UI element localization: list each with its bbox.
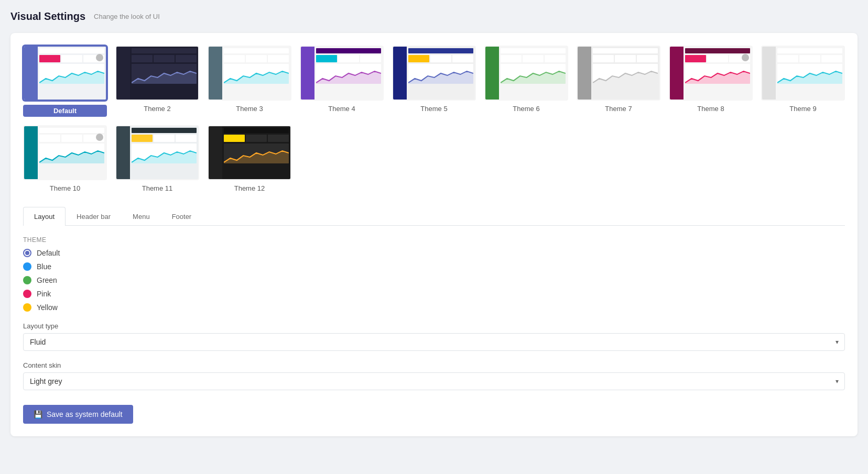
theme-label-theme10: Theme 10 xyxy=(50,184,81,192)
tabs-row: LayoutHeader barMenuFooter xyxy=(23,207,845,226)
theme-item-default[interactable]: Default xyxy=(23,46,107,117)
theme-item-theme10[interactable]: Theme 10 xyxy=(23,125,107,192)
theme-item-theme6[interactable]: Theme 6 xyxy=(484,46,568,117)
theme-preview-theme12 xyxy=(208,125,291,180)
layout-type-label: Layout type xyxy=(23,322,845,330)
theme-preview-theme11 xyxy=(115,125,199,180)
theme-preview-theme4 xyxy=(300,46,384,101)
color-option-blue[interactable]: Blue xyxy=(23,262,845,271)
theme-label-theme9: Theme 9 xyxy=(789,105,816,113)
layout-type-group: Layout type FluidFixedBoxed ▾ xyxy=(23,322,845,351)
color-option-green[interactable]: Green xyxy=(23,276,845,284)
color-dot-blue xyxy=(23,262,31,271)
theme-section-label: Theme xyxy=(23,236,845,244)
save-button[interactable]: 💾 Save as system default xyxy=(23,405,133,424)
theme-item-theme12[interactable]: Theme 12 xyxy=(208,125,291,192)
color-label-yellow: Yellow xyxy=(37,303,58,312)
theme-item-theme3[interactable]: Theme 3 xyxy=(208,46,291,117)
theme-preview-theme2 xyxy=(115,46,199,101)
theme-item-theme7[interactable]: Theme 7 xyxy=(577,46,660,117)
tab-footer[interactable]: Footer xyxy=(161,207,203,226)
theme-preview-theme7 xyxy=(577,46,660,101)
content-skin-select[interactable]: Light greyWhiteDark xyxy=(23,372,845,390)
theme-preview-theme9 xyxy=(761,46,845,101)
layout-type-select-wrapper: FluidFixedBoxed ▾ xyxy=(23,333,845,351)
theme-label-theme7: Theme 7 xyxy=(605,105,632,113)
theme-item-theme9[interactable]: Theme 9 xyxy=(761,46,845,117)
page-subtitle: Change the look of UI xyxy=(94,13,160,20)
radio-circle-default xyxy=(23,249,31,257)
color-label-green: Green xyxy=(37,276,57,284)
theme-label-default: Default xyxy=(23,105,107,117)
theme-preview-theme5 xyxy=(392,46,476,101)
theme-preview-theme6 xyxy=(484,46,568,101)
theme-item-theme4[interactable]: Theme 4 xyxy=(300,46,384,117)
theme-item-theme11[interactable]: Theme 11 xyxy=(115,125,199,192)
color-option-yellow[interactable]: Yellow xyxy=(23,303,845,312)
page-title: Visual Settings xyxy=(10,10,85,23)
tab-menu[interactable]: Menu xyxy=(122,207,161,226)
theme-preview-default xyxy=(23,46,107,101)
content-skin-select-wrapper: Light greyWhiteDark ▾ xyxy=(23,372,845,390)
color-option-pink[interactable]: Pink xyxy=(23,290,845,298)
tab-layout[interactable]: Layout xyxy=(23,207,66,226)
save-button-label: Save as system default xyxy=(47,410,123,418)
theme-item-theme2[interactable]: Theme 2 xyxy=(115,46,199,117)
color-options: DefaultBlueGreenPinkYellow xyxy=(23,249,845,312)
theme-preview-theme8 xyxy=(669,46,753,101)
color-dot-yellow xyxy=(23,303,31,312)
theme-label-theme5: Theme 5 xyxy=(420,105,447,113)
color-option-default[interactable]: Default xyxy=(23,249,845,257)
save-icon: 💾 xyxy=(34,410,42,418)
layout-tab-content: Theme DefaultBlueGreenPinkYellow Layout … xyxy=(23,236,845,390)
color-label-default: Default xyxy=(37,249,60,257)
layout-type-select[interactable]: FluidFixedBoxed xyxy=(23,333,845,351)
theme-item-theme8[interactable]: Theme 8 xyxy=(669,46,753,117)
color-label-pink: Pink xyxy=(37,290,51,298)
tab-headerbar[interactable]: Header bar xyxy=(66,207,122,226)
theme-label-theme3: Theme 3 xyxy=(236,105,263,113)
theme-item-theme5[interactable]: Theme 5 xyxy=(392,46,476,117)
theme-label-theme11: Theme 11 xyxy=(142,184,173,192)
color-label-blue: Blue xyxy=(37,262,51,271)
theme-preview-theme10 xyxy=(23,125,107,180)
theme-preview-theme3 xyxy=(208,46,291,101)
theme-label-theme8: Theme 8 xyxy=(697,105,724,113)
theme-label-theme2: Theme 2 xyxy=(144,105,170,113)
theme-label-theme6: Theme 6 xyxy=(513,105,539,113)
theme-label-theme12: Theme 12 xyxy=(234,184,265,192)
content-skin-label: Content skin xyxy=(23,361,845,369)
color-dot-green xyxy=(23,276,31,284)
theme-label-theme4: Theme 4 xyxy=(328,105,355,113)
content-skin-group: Content skin Light greyWhiteDark ▾ xyxy=(23,361,845,390)
main-card: Default Theme 2 xyxy=(10,33,858,436)
theme-grid: Default Theme 2 xyxy=(23,46,845,192)
color-dot-pink xyxy=(23,290,31,298)
